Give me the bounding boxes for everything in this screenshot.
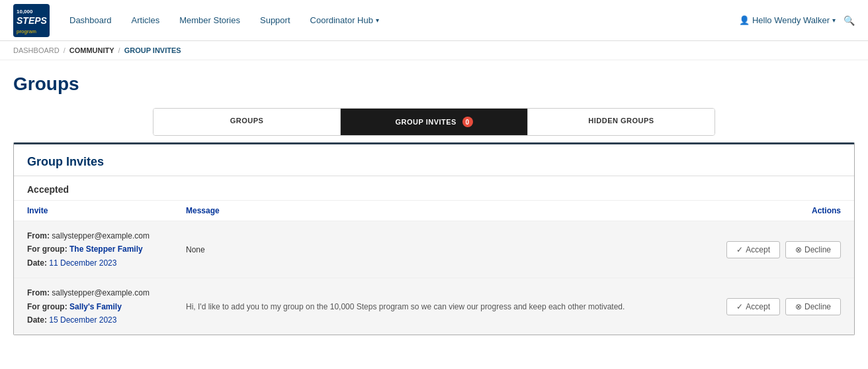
panel-title: Group Invites: [27, 155, 104, 168]
invite-from-1: From: sallystepper@example.com: [27, 229, 186, 242]
tab-group-invites[interactable]: GROUP INVITES 0: [341, 109, 528, 135]
svg-text:STEPS: STEPS: [17, 15, 48, 26]
invite-date-2: Date: 15 December 2023: [27, 313, 186, 327]
panel-header: Group Invites: [14, 144, 854, 176]
col-header-actions: Actions: [709, 206, 841, 215]
decline-button-2[interactable]: ⊗ Decline: [785, 298, 841, 315]
invite-date-1: Date: 11 December 2023: [27, 256, 186, 270]
search-icon[interactable]: 🔍: [844, 15, 855, 26]
table-row: From: sallystepper@example.com For group…: [14, 278, 854, 335]
page-content: Groups GROUPS GROUP INVITES 0 HIDDEN GRO…: [0, 60, 868, 335]
col-header-invite: Invite: [27, 206, 186, 215]
nav-links: Dashboard Articles Member Stories Suppor…: [69, 15, 739, 25]
nav-coordinator-hub[interactable]: Coordinator Hub ▾: [310, 15, 379, 25]
navbar: 10,000 STEPS program Dashboard Articles …: [0, 0, 868, 41]
logo[interactable]: 10,000 STEPS program: [13, 4, 50, 37]
invite-message-1: None: [186, 245, 709, 254]
invite-info-2: From: sallystepper@example.com For group…: [27, 286, 186, 327]
table-header: Invite Message Actions: [14, 201, 854, 221]
nav-right: 👤 Hello Wendy Walker ▾ 🔍: [739, 15, 855, 26]
svg-text:10,000: 10,000: [17, 9, 33, 15]
invite-actions-1: ✓ Accept ⊗ Decline: [709, 241, 841, 258]
chevron-down-icon: ▾: [376, 17, 379, 24]
user-menu[interactable]: 👤 Hello Wendy Walker ▾: [739, 15, 836, 25]
nav-articles[interactable]: Articles: [132, 15, 160, 25]
accept-button-1[interactable]: ✓ Accept: [726, 241, 780, 258]
nav-support[interactable]: Support: [260, 15, 290, 25]
invite-message-2: Hi, I'd like to add you to my group on t…: [186, 302, 709, 311]
invite-from-2: From: sallystepper@example.com: [27, 286, 186, 299]
x-icon: ⊗: [795, 302, 802, 311]
chevron-down-icon: ▾: [832, 17, 836, 24]
invite-forgroup-1: For group: The Stepper Family: [27, 242, 186, 256]
breadcrumb: DASHBOARD / COMMUNITY / GROUP INVITES: [0, 41, 868, 60]
invite-info-1: From: sallystepper@example.com For group…: [27, 229, 186, 270]
group-invites-panel: Group Invites Accepted Invite Message Ac…: [13, 142, 855, 335]
breadcrumb-community: COMMUNITY: [69, 46, 114, 54]
breadcrumb-current: GROUP INVITES: [124, 46, 181, 54]
breadcrumb-sep-1: /: [64, 46, 65, 54]
invite-badge: 0: [462, 117, 473, 127]
nav-dashboard[interactable]: Dashboard: [69, 15, 112, 25]
check-icon: ✓: [736, 245, 743, 254]
decline-button-1[interactable]: ⊗ Decline: [785, 241, 841, 258]
tab-hidden-groups[interactable]: HIDDEN GROUPS: [528, 109, 715, 135]
check-icon: ✓: [736, 302, 743, 311]
page-title: Groups: [13, 74, 855, 95]
invite-forgroup-2: For group: Sally's Family: [27, 300, 186, 313]
breadcrumb-sep-2: /: [118, 46, 120, 54]
accept-button-2[interactable]: ✓ Accept: [726, 298, 780, 315]
invite-actions-2: ✓ Accept ⊗ Decline: [709, 298, 841, 315]
user-icon: 👤: [739, 15, 750, 25]
section-accepted: Accepted: [14, 176, 854, 201]
tab-groups[interactable]: GROUPS: [153, 109, 341, 135]
breadcrumb-dashboard[interactable]: DASHBOARD: [13, 46, 60, 54]
svg-text:program: program: [17, 28, 36, 34]
col-header-message: Message: [186, 206, 709, 215]
nav-member-stories[interactable]: Member Stories: [179, 15, 240, 25]
table-row: From: sallystepper@example.com For group…: [14, 221, 854, 278]
tabs-container: GROUPS GROUP INVITES 0 HIDDEN GROUPS: [153, 108, 715, 136]
x-icon: ⊗: [795, 245, 802, 254]
